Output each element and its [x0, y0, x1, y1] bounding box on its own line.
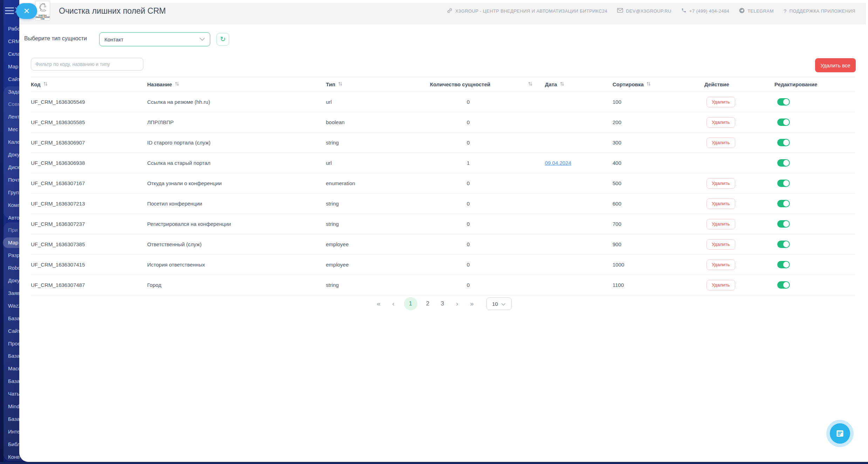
phone-icon [681, 8, 686, 14]
cell-type: enumeration [326, 180, 430, 186]
contact-mail[interactable]: DEV@X3GROUP.RU [617, 8, 671, 14]
column-label: Дата [545, 81, 557, 87]
chat-widget-button[interactable] [826, 420, 854, 447]
cell-count: 0 [430, 140, 545, 146]
cell-count: 0 [430, 241, 545, 247]
pagination: «‹123›»10 [31, 296, 855, 311]
chat-icon [830, 423, 850, 444]
pagination-next[interactable]: › [453, 300, 462, 308]
table-row: UF_CRM_1636307237Регистрировался на конф… [31, 214, 855, 234]
cell-name: Ответственный (служ) [147, 241, 326, 247]
pagination-last[interactable]: » [468, 300, 476, 308]
page-size-value: 10 [492, 301, 498, 307]
entity-type-select[interactable]: Контакт [99, 32, 210, 46]
cell-action: Удалить [704, 219, 774, 229]
sort-icon[interactable] [338, 81, 343, 87]
pagination-page-3[interactable]: 3 [438, 300, 447, 307]
cell-sort: 400 [613, 160, 704, 166]
column-header-4[interactable]: Дата [545, 81, 613, 87]
menu-toggle-icon[interactable] [5, 7, 14, 14]
pagination-prev[interactable]: ‹ [389, 300, 398, 308]
telegram-icon [739, 8, 745, 14]
contact-label: ПОДДЕРЖКА ПРИЛОЖЕНИЯ [790, 8, 855, 14]
app-screen: РабоCRMСклаМарСайтЗадаСовмЛентМесКалеДок… [0, 0, 868, 464]
date-link[interactable]: 09.04.2024 [545, 160, 571, 166]
delete-button[interactable]: Удалить [706, 137, 735, 148]
app-logo: ОЧИСТКА ЛИШНИХ ПОЛЕЙ CRM [35, 1, 50, 21]
sort-icon[interactable] [175, 81, 179, 87]
entity-type-label: Выберите тип сущности [24, 35, 87, 42]
cell-code: UF_CRM_1636307487 [31, 282, 147, 288]
cell-count: 0 [430, 180, 545, 186]
pagination-first[interactable]: « [375, 300, 383, 308]
table-row: UF_CRM_1636305549Ссылка на резюме (hh.ru… [31, 92, 855, 112]
contact-label: TELEGRAM [747, 8, 774, 14]
cell-code: UF_CRM_1636306938 [31, 160, 147, 166]
column-header-3[interactable]: Количество сущностей [430, 81, 545, 87]
column-header-1[interactable]: Название [147, 81, 326, 87]
pagination-page-2[interactable]: 2 [424, 300, 432, 307]
edit-toggle[interactable] [777, 241, 790, 248]
cell-edit [774, 281, 855, 289]
cell-sort: 700 [613, 221, 704, 227]
edit-toggle[interactable] [777, 139, 790, 146]
cell-edit [774, 220, 855, 228]
contact-label: X3GROUP - ЦЕНТР ВНЕДРЕНИЯ И АВТОМАТИЗАЦИ… [455, 8, 607, 14]
contact-phone[interactable]: +7 (499) 404-2484 [681, 8, 729, 14]
cell-action: Удалить [704, 97, 774, 107]
cell-name: ЛПР/ЛВПР [147, 119, 326, 125]
edit-toggle[interactable] [777, 98, 790, 106]
column-header-2[interactable]: Тип [326, 81, 430, 87]
sort-icon[interactable] [43, 81, 48, 87]
delete-button[interactable]: Удалить [706, 239, 735, 250]
app-panel: ОЧИСТКА ЛИШНИХ ПОЛЕЙ CRM Очистка лишних … [19, 0, 868, 462]
logo-caption: ОЧИСТКА ЛИШНИХ ПОЛЕЙ CRM [35, 15, 50, 20]
edit-toggle[interactable] [777, 261, 790, 268]
cell-sort: 1100 [613, 282, 704, 288]
cell-type: boolean [326, 119, 430, 125]
cell-edit [774, 139, 855, 146]
delete-button[interactable]: Удалить [706, 219, 735, 229]
column-header-5[interactable]: Сортировка [613, 81, 704, 87]
filter-input[interactable] [31, 58, 143, 70]
cell-name: Посетил конференции [147, 201, 326, 207]
edit-toggle[interactable] [777, 220, 790, 228]
contact-link[interactable]: X3GROUP - ЦЕНТР ВНЕДРЕНИЯ И АВТОМАТИЗАЦИ… [447, 8, 607, 14]
edit-toggle[interactable] [777, 159, 790, 167]
cell-type: string [326, 282, 430, 288]
cell-name: История ответственных [147, 262, 326, 268]
delete-button[interactable]: Удалить [706, 260, 735, 270]
cell-type: string [326, 221, 430, 227]
cell-code: UF_CRM_1636307167 [31, 180, 147, 186]
edit-toggle[interactable] [777, 180, 790, 187]
column-header-0[interactable]: Код [31, 81, 147, 87]
delete-button[interactable]: Удалить [706, 97, 735, 107]
cell-count: 0 [430, 99, 545, 105]
sort-icon[interactable] [528, 81, 533, 87]
delete-button[interactable]: Удалить [706, 280, 735, 290]
edit-toggle[interactable] [777, 119, 790, 126]
sort-icon[interactable] [560, 81, 565, 87]
table-row: UF_CRM_1636307213Посетил конференцииstri… [31, 194, 855, 214]
edit-toggle[interactable] [777, 281, 790, 289]
delete-all-button[interactable]: Удалить все [815, 58, 856, 72]
cell-action: Удалить [704, 178, 774, 189]
refresh-button[interactable]: ↻ [217, 33, 229, 46]
pagination-page-1-active[interactable]: 1 [404, 297, 417, 310]
delete-button[interactable]: Удалить [706, 117, 735, 128]
cell-edit [774, 159, 855, 167]
delete-button[interactable]: Удалить [706, 178, 735, 189]
close-button[interactable]: ✕ [16, 3, 37, 19]
contact-telegram[interactable]: TELEGRAM [739, 8, 774, 14]
column-label: Название [147, 81, 172, 87]
fields-table: КодНазваниеТипКоличество сущностейДатаСо… [31, 77, 855, 295]
page-size-select[interactable]: 10 [486, 297, 512, 310]
contact-question[interactable]: ?ПОДДЕРЖКА ПРИЛОЖЕНИЯ [784, 8, 855, 14]
cell-name: Регистрировался на конференции [147, 221, 326, 227]
cell-count: 0 [430, 221, 545, 227]
sort-icon[interactable] [646, 81, 651, 87]
cell-name: Ссылка на старый портал [147, 160, 326, 166]
edit-toggle[interactable] [777, 200, 790, 207]
delete-button[interactable]: Удалить [706, 199, 735, 209]
cell-type: url [326, 160, 430, 166]
